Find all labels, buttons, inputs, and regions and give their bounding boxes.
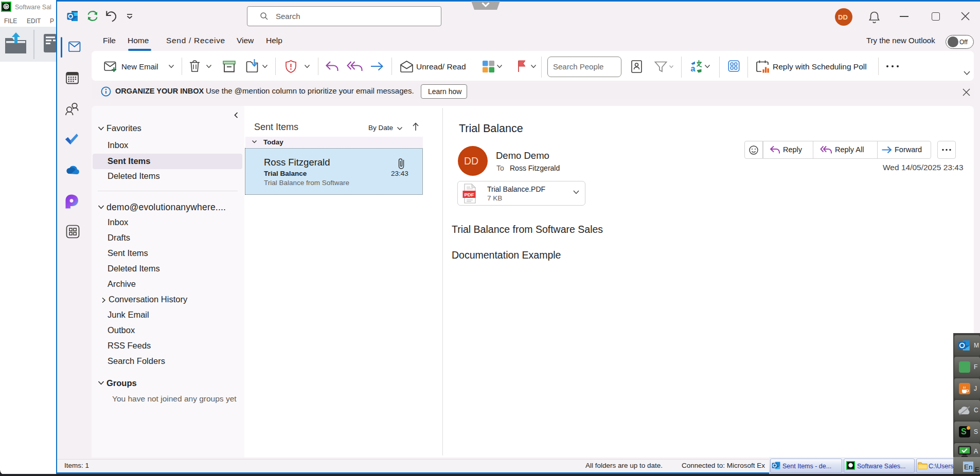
svg-text:PDF: PDF	[465, 192, 474, 197]
svg-text:a: a	[691, 64, 696, 73]
